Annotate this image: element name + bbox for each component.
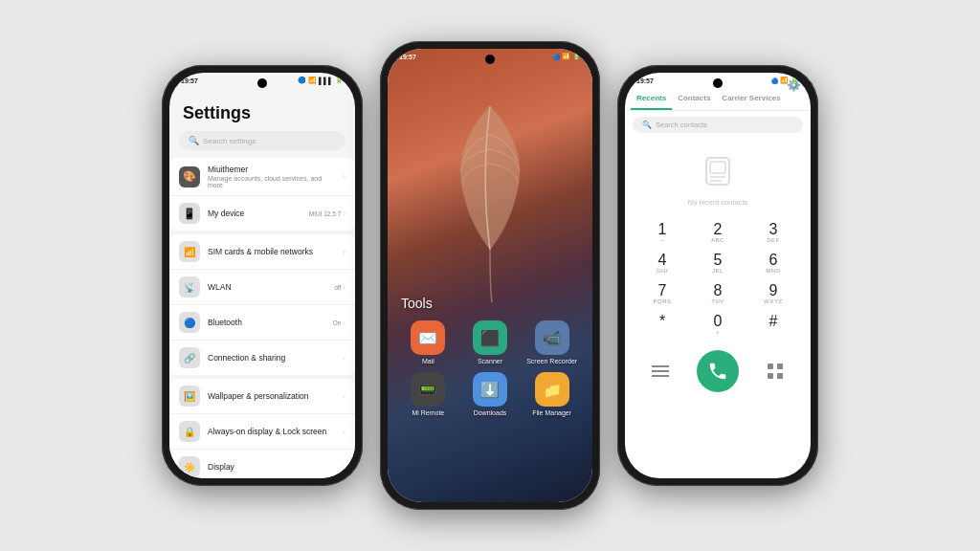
folder-area: Tools ✉️ Mail ⬛ Scanner 📹 Scre [388,286,592,426]
miui-version-badge: MIUI 12.5.7 [309,210,342,217]
app-scanner[interactable]: ⬛ Scanner [463,320,518,364]
contacts-placeholder-icon [701,154,735,188]
signal-home-icon: 📶 [562,53,570,60]
dialer-search-placeholder: Search contacts [656,121,707,129]
app-mail[interactable]: ✉️ Mail [401,320,456,364]
dial-key-1[interactable]: 1 ─ [641,218,683,247]
dial-key-5[interactable]: 5 JKL [697,249,739,277]
settings-screen: 19:57 🔵 📶 ▌▌▌ 🔋 Settings 🔍 Search settin… [169,73,355,478]
display-label: Display [208,462,335,472]
downloads-label: Downloads [474,409,507,416]
settings-item-mydevice[interactable]: 📱 My device MIUI 12.5.7 › [169,196,355,231]
settings-item-bluetooth[interactable]: 🔵 Bluetooth On › [169,305,355,341]
search-icon: 🔍 [189,136,199,145]
miuithemer-right: › [343,172,345,181]
aod-right: › [343,428,345,436]
dialpad-grid-button[interactable] [759,355,791,387]
svg-rect-7 [768,364,773,369]
app-grid: ✉️ Mail ⬛ Scanner 📹 Screen Recorder [401,320,579,416]
dial-key-9[interactable]: 9 WXYZ [752,279,794,308]
dialer-tabs: Recents Contacts Carrier Services [625,86,811,111]
app-file-manager[interactable]: 📁 File Manager [524,372,579,416]
settings-item-display[interactable]: ☀️ Display › [169,450,355,478]
tab-carrier-services[interactable]: Carrier Services [716,86,786,110]
aod-text: Always-on display & Lock screen [208,427,335,436]
dial-key-8[interactable]: 8 TUV [697,279,739,308]
battery-dialer-icon: 🔋 [791,77,799,84]
dial-actions [625,344,811,400]
dial-key-4[interactable]: 4 GHI [641,249,683,277]
wlan-label: WLAN [208,282,326,292]
dialpad-row-1: 1 ─ 2 ABC 3 DEF [635,218,801,247]
sim-right: › [343,248,345,256]
aod-label: Always-on display & Lock screen [208,427,335,436]
no-recent-text: No recent contacts [688,198,748,207]
wlan-text: WLAN [208,282,326,292]
battery-home-icon: 🔋 [572,53,581,60]
wallpaper-icon: 🖼️ [179,386,200,407]
miuithemer-icon: 🎨 [179,166,200,187]
app-screen-recorder[interactable]: 📹 Screen Recorder [524,320,579,364]
settings-item-connection-sharing[interactable]: 🔗 Connection & sharing › [169,341,355,375]
folder-title: Tools [401,296,579,311]
wlan-right: off › [334,283,345,292]
sim-icon: 📶 [179,241,200,262]
connection-label: Connection & sharing [208,353,335,363]
wallpaper-label: Wallpaper & personalization [208,391,335,401]
file-manager-label: File Manager [532,409,571,416]
miuithemer-label: Miuithemer [208,165,335,174]
dial-key-6[interactable]: 6 MNO [752,249,794,277]
punch-hole-home [485,55,495,64]
svg-rect-8 [777,364,783,369]
app-downloads[interactable]: ⬇️ Downloads [463,372,518,416]
app-mi-remote[interactable]: 📟 Mi Remote [401,372,456,416]
settings-search-box[interactable]: 🔍 Search settings [179,131,345,150]
time-settings: 19:57 [181,77,198,84]
no-recent-area: No recent contacts [625,139,811,214]
home-screen: 19:57 🔵 📶 🔋 Tools ✉️ Mail [388,49,592,502]
dialpad-menu-button[interactable] [644,355,677,387]
bluetooth-settings-icon: 🔵 [179,312,200,333]
miuithemer-sub: Manage accounts, cloud services, and mor… [208,175,335,188]
downloads-icon: ⬇️ [473,372,507,407]
settings-section-network: 📶 SIM cards & mobile networks › 📡 WLAN o… [169,234,355,375]
mydevice-icon: 📱 [179,203,200,224]
tab-contacts[interactable]: Contacts [672,86,716,110]
dialer-search-box[interactable]: 🔍 Search contacts [633,117,803,133]
dialpad: 1 ─ 2 ABC 3 DEF 4 GHI [625,214,811,344]
mail-label: Mail [422,358,434,364]
dial-key-3[interactable]: 3 DEF [752,218,794,247]
menu-icon [652,364,669,378]
dial-key-2[interactable]: 2 ABC [697,218,739,247]
settings-item-aod[interactable]: 🔒 Always-on display & Lock screen › [169,414,355,450]
settings-item-sim[interactable]: 📶 SIM cards & mobile networks › [169,234,355,270]
time-dialer: 19:57 [636,77,654,84]
svg-rect-9 [768,373,773,379]
mydevice-label: My device [208,209,301,218]
connection-icon: 🔗 [179,347,200,368]
dial-key-hash[interactable]: # [752,310,794,339]
feather-svg [442,97,538,307]
dial-key-7[interactable]: 7 PQRS [641,279,683,308]
settings-item-wallpaper[interactable]: 🖼️ Wallpaper & personalization › [169,379,355,414]
dial-key-0[interactable]: 0 + [697,310,739,339]
tab-recents[interactable]: Recents [631,86,672,110]
dial-key-star[interactable]: * [641,310,683,339]
wlan-icon: 📡 [179,276,200,298]
settings-item-miuithemer[interactable]: 🎨 Miuithemer Manage accounts, cloud serv… [169,158,355,196]
aod-icon: 🔒 [179,421,200,442]
mi-remote-icon: 📟 [411,372,445,407]
signal-icon: ▌▌▌ [319,77,333,84]
settings-item-wlan[interactable]: 📡 WLAN off › [169,270,355,305]
svg-rect-10 [777,373,783,379]
search-dialer-icon: 🔍 [642,121,652,129]
phone-call-icon [707,361,728,382]
bluetooth-label: Bluetooth [208,318,325,327]
mydevice-right: MIUI 12.5.7 › [309,209,345,218]
status-icons-dialer: 🔵 📶 🔋 [771,77,799,84]
call-button[interactable] [697,350,739,392]
dialpad-row-3: 7 PQRS 8 TUV 9 WXYZ [635,279,801,308]
bluetooth-text: Bluetooth [208,318,325,327]
signal-dialer-icon: 📶 [780,77,789,84]
phone-settings: 19:57 🔵 📶 ▌▌▌ 🔋 Settings 🔍 Search settin… [162,65,363,486]
